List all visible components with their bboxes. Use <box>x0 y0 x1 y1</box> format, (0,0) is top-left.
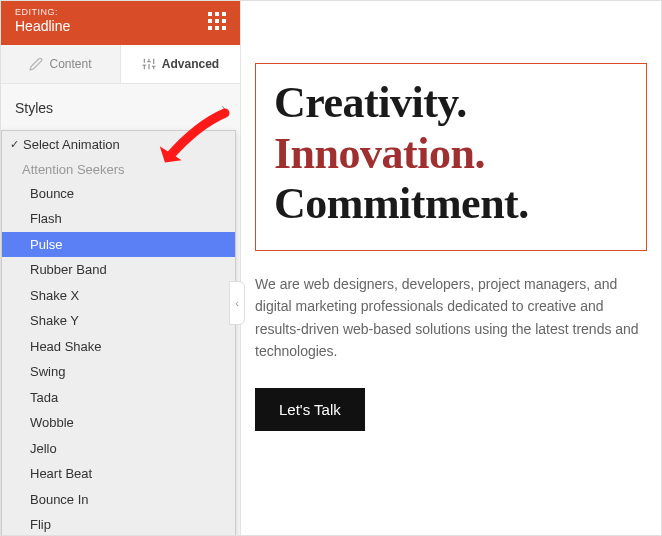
pencil-icon <box>29 57 43 71</box>
sidebar-collapse-handle[interactable]: ‹ <box>229 281 245 325</box>
animation-dropdown: ✓ Select Animation Attention Seekers Bou… <box>1 130 236 536</box>
editor-tabs: Content Advanced <box>1 45 240 84</box>
dropdown-option[interactable]: Flip <box>2 512 235 536</box>
editor-sidebar: EDITING: Headline Content Advanced Style… <box>1 1 241 535</box>
headline-block[interactable]: Creativity. Innovation. Commitment. <box>255 63 647 251</box>
dropdown-option[interactable]: Wobble <box>2 410 235 436</box>
editing-label: EDITING: <box>15 7 70 18</box>
headline-word-3: Commitment. <box>274 179 529 228</box>
dropdown-option[interactable]: Swing <box>2 359 235 385</box>
dropdown-option[interactable]: Heart Beat <box>2 461 235 487</box>
dropdown-options: BounceFlashPulseRubber BandShake XShake … <box>2 181 235 536</box>
dropdown-option[interactable]: Jello <box>2 436 235 462</box>
headline-word-2: Innovation. <box>274 129 485 178</box>
dropdown-option[interactable]: Shake X <box>2 283 235 309</box>
grid-menu-icon[interactable] <box>208 12 226 30</box>
dropdown-option[interactable]: Head Shake <box>2 334 235 360</box>
dropdown-option[interactable]: Flash <box>2 206 235 232</box>
chevron-right-icon: › <box>221 100 226 116</box>
dropdown-option[interactable]: Bounce <box>2 181 235 207</box>
dropdown-selected-label[interactable]: ✓ Select Animation <box>2 131 235 158</box>
headline-word-1: Creativity. <box>274 78 467 127</box>
description-text: We are web designers, developers, projec… <box>255 273 647 363</box>
tab-advanced-label: Advanced <box>162 57 219 71</box>
dropdown-group-label: Attention Seekers <box>2 158 235 181</box>
headline-text: Creativity. Innovation. Commitment. <box>274 78 628 230</box>
tab-advanced[interactable]: Advanced <box>121 45 240 83</box>
dropdown-option[interactable]: Bounce In <box>2 487 235 513</box>
dropdown-option[interactable]: Pulse <box>2 232 235 258</box>
dropdown-option[interactable]: Shake Y <box>2 308 235 334</box>
block-name: Headline <box>15 18 70 35</box>
check-icon: ✓ <box>10 138 19 151</box>
tab-content-label: Content <box>49 57 91 71</box>
dropdown-label-text: Select Animation <box>23 137 120 152</box>
dropdown-option[interactable]: Rubber Band <box>2 257 235 283</box>
sliders-icon <box>142 57 156 71</box>
cta-button[interactable]: Let's Talk <box>255 388 365 431</box>
styles-section-title: Styles <box>15 100 53 116</box>
dropdown-option[interactable]: Tada <box>2 385 235 411</box>
preview-canvas: Creativity. Innovation. Commitment. We a… <box>241 1 661 535</box>
header-text: EDITING: Headline <box>15 7 70 35</box>
sidebar-header: EDITING: Headline <box>1 1 240 45</box>
tab-content[interactable]: Content <box>1 45 121 83</box>
styles-section-header[interactable]: Styles › <box>1 84 240 130</box>
